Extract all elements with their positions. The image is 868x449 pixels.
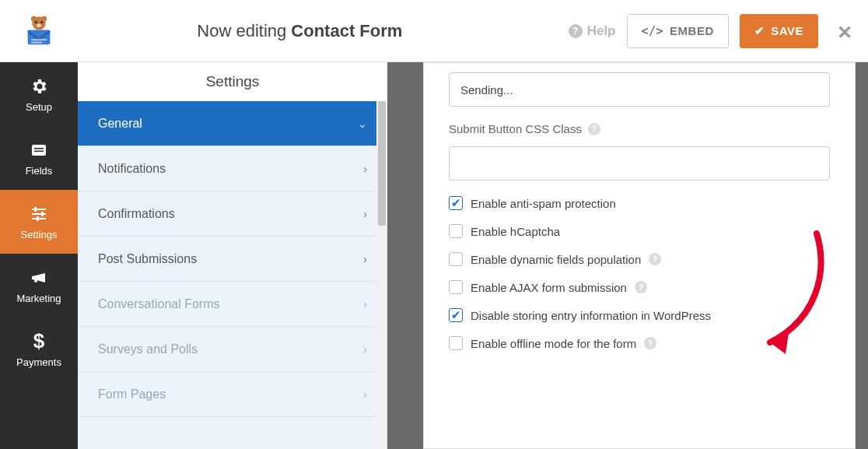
rail-payments-label: Payments <box>16 356 61 368</box>
topbar: Now editing Contact Form ? Help </> EMBE… <box>0 0 868 62</box>
checkbox-icon[interactable] <box>449 336 463 350</box>
settings-item-surveys-polls[interactable]: Surveys and Polls › <box>78 327 387 372</box>
help-label: Help <box>587 23 616 39</box>
checkbox-icon[interactable]: ✔ <box>449 196 463 210</box>
help-hint-icon[interactable]: ? <box>649 253 661 265</box>
rail-fields-label: Fields <box>26 165 53 177</box>
topbar-actions: ? Help </> EMBED ✔ SAVE <box>569 14 868 48</box>
help-hint-icon[interactable]: ? <box>644 337 656 349</box>
now-editing-title: Now editing Contact Form <box>78 21 569 41</box>
settings-item-label: Confirmations <box>98 207 175 221</box>
submit-css-class-label-row: Submit Button CSS Class ? <box>449 122 830 135</box>
settings-item-label: Surveys and Polls <box>98 342 198 356</box>
chevron-right-icon: › <box>363 343 367 356</box>
svg-point-5 <box>37 23 41 26</box>
embed-button[interactable]: </> EMBED <box>627 14 729 48</box>
rail-payments[interactable]: $ Payments <box>0 317 78 381</box>
option-label: Disable storing entry information in Wor… <box>471 309 711 322</box>
rail-marketing[interactable]: Marketing <box>0 254 78 317</box>
settings-item-label: General <box>98 117 142 131</box>
option-label: Enable dynamic fields population <box>471 253 641 266</box>
checkbox-icon[interactable] <box>449 252 463 266</box>
svg-point-4 <box>40 20 43 23</box>
checkbox-icon[interactable] <box>449 224 463 238</box>
chevron-right-icon: › <box>363 298 367 310</box>
option-enable-offline[interactable]: Enable offline mode for the form ? <box>449 336 830 350</box>
embed-button-label: EMBED <box>670 24 714 37</box>
rail-settings[interactable]: Settings <box>0 190 78 254</box>
help-hint-icon[interactable]: ? <box>635 281 647 293</box>
option-enable-ajax[interactable]: Enable AJAX form submission ? <box>449 280 830 294</box>
svg-rect-18 <box>37 216 39 221</box>
svg-point-3 <box>35 20 37 23</box>
svg-rect-16 <box>34 207 37 212</box>
rail-settings-label: Settings <box>21 229 58 240</box>
settings-item-confirmations[interactable]: Confirmations › <box>78 191 387 237</box>
svg-point-1 <box>31 16 37 21</box>
chevron-right-icon: › <box>363 388 367 401</box>
svg-rect-12 <box>34 150 44 152</box>
settings-sidebar-list: General ⌄ Notifications › Confirmations … <box>78 101 387 449</box>
builder-body: Setup Fields Settings Marketing $ Paymen… <box>0 62 868 449</box>
option-enable-antispam[interactable]: ✔ Enable anti-spam protection <box>449 196 830 210</box>
settings-item-label: Notifications <box>98 162 166 176</box>
now-editing-formname: Contact Form <box>291 21 402 40</box>
wpforms-logo[interactable] <box>0 0 78 61</box>
chevron-right-icon: › <box>363 163 367 175</box>
option-label: Enable anti-spam protection <box>471 197 616 210</box>
rail-setup[interactable]: Setup <box>0 62 78 126</box>
settings-item-notifications[interactable]: Notifications › <box>78 146 387 191</box>
chevron-down-icon: ⌄ <box>358 118 367 130</box>
svg-rect-11 <box>34 148 44 149</box>
left-rail: Setup Fields Settings Marketing $ Paymen… <box>0 62 78 449</box>
option-label: Enable hCaptcha <box>471 225 560 238</box>
help-hint-icon[interactable]: ? <box>588 123 600 135</box>
panel-gutter <box>387 62 423 449</box>
option-disable-entry-storage[interactable]: ✔ Disable storing entry information in W… <box>449 308 830 322</box>
chevron-right-icon: › <box>363 208 367 220</box>
scrollbar-thumb[interactable] <box>378 101 386 226</box>
logo-icon <box>21 13 57 49</box>
sliders-icon <box>29 204 49 224</box>
settings-panel-wrap: Submit Button CSS Class ? ✔ Enable anti-… <box>423 62 868 449</box>
settings-item-general[interactable]: General ⌄ <box>78 101 387 146</box>
settings-item-label: Conversational Forms <box>98 297 220 311</box>
option-enable-dynamic-population[interactable]: Enable dynamic fields population ? <box>449 252 830 266</box>
bullhorn-icon <box>29 268 49 288</box>
option-label: Enable AJAX form submission <box>471 281 627 294</box>
svg-point-2 <box>41 16 47 21</box>
svg-rect-8 <box>31 39 47 40</box>
submit-css-class-label: Submit Button CSS Class <box>449 122 582 135</box>
settings-item-conversational-forms[interactable]: Conversational Forms › <box>78 282 387 327</box>
list-icon <box>29 140 49 160</box>
svg-rect-13 <box>32 209 46 210</box>
settings-item-label: Form Pages <box>98 388 166 402</box>
save-button[interactable]: ✔ SAVE <box>740 14 818 48</box>
save-button-label: SAVE <box>771 24 803 37</box>
option-enable-hcaptcha[interactable]: Enable hCaptcha <box>449 224 830 238</box>
svg-rect-14 <box>32 213 46 215</box>
general-options: ✔ Enable anti-spam protection Enable hCa… <box>449 196 830 350</box>
dollar-icon: $ <box>29 331 49 352</box>
settings-sidebar-scrollbar[interactable] <box>376 101 387 449</box>
settings-item-post-submissions[interactable]: Post Submissions › <box>78 237 387 282</box>
settings-item-form-pages[interactable]: Form Pages › <box>78 372 387 417</box>
submit-css-class-input[interactable] <box>449 146 830 181</box>
svg-rect-10 <box>32 145 46 156</box>
rail-setup-label: Setup <box>26 101 52 113</box>
close-icon[interactable]: ✕ <box>837 22 852 44</box>
gear-icon <box>29 76 49 96</box>
svg-rect-9 <box>31 41 42 43</box>
code-icon: </> <box>642 24 664 38</box>
check-icon: ✔ <box>754 24 765 38</box>
checkbox-icon[interactable]: ✔ <box>449 308 463 322</box>
checkbox-icon[interactable] <box>449 280 463 294</box>
rail-fields[interactable]: Fields <box>0 126 78 190</box>
help-link[interactable]: ? Help <box>569 23 616 39</box>
submit-processing-text-input[interactable] <box>449 72 830 107</box>
chevron-right-icon: › <box>363 253 367 265</box>
option-label: Enable offline mode for the form <box>471 337 636 350</box>
general-settings-panel: Submit Button CSS Class ? ✔ Enable anti-… <box>423 62 856 449</box>
settings-sidebar-title: Settings <box>78 62 387 101</box>
settings-item-label: Post Submissions <box>98 252 197 266</box>
